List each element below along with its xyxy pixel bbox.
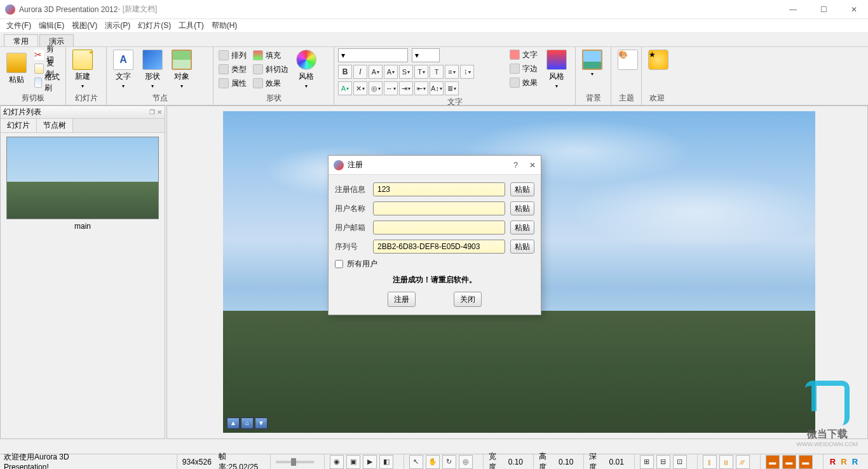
menu-slide[interactable]: 幻灯片(S) [134,19,175,32]
sb-tool4-icon[interactable]: ◧ [379,455,393,469]
register-success-msg: 注册成功！请重启软件。 [335,275,534,285]
indent2-button[interactable]: ⇤ [414,81,428,95]
all-users-checkbox[interactable] [335,260,343,268]
sb-align1-icon[interactable]: ⫿ [703,455,717,469]
sb-grid3-icon[interactable]: ⊡ [673,455,687,469]
zoom-slider[interactable] [276,461,314,463]
menu-help[interactable]: 帮助(H) [208,19,241,32]
status-dims: 934x526 [182,458,212,466]
text-effect-button[interactable]: 效果 [508,76,539,89]
menu-present[interactable]: 演示(P) [101,19,134,32]
font-t1-button[interactable]: T [414,65,428,79]
bevel-button[interactable]: 斜切边 [252,63,290,76]
font-s-button[interactable]: S [399,65,413,79]
text-style-button[interactable]: 风格▾ [544,48,569,95]
reg-user-input[interactable] [373,201,505,215]
minimize-button[interactable]: — [784,5,802,14]
close-button[interactable]: ✕ [845,5,863,14]
paste-serial-button[interactable]: 粘贴 [510,240,534,254]
reg-user-label: 用户名称 [335,203,368,214]
spacing-button[interactable]: ↔ [384,81,398,95]
group-slide-label: 幻灯片 [70,92,102,104]
menu-bar: 文件(F) 编辑(E) 视图(V) 演示(P) 幻灯片(S) 工具(T) 帮助(… [0,19,868,33]
ribbon-tabs: 常用 演示 [0,33,868,47]
sb-cursor-icon[interactable]: ↖ [409,455,423,469]
theme-button[interactable]: 🎨 [615,48,641,71]
dialog-close-button[interactable]: ✕ [529,161,536,170]
fill-button[interactable]: 填充 [252,49,290,62]
nav-down-icon[interactable]: ▼ [255,418,268,429]
sb-tool2-icon[interactable]: ▣ [346,455,360,469]
font-t2-button[interactable]: T [430,65,444,79]
type-button[interactable]: 类型 [217,63,248,76]
shape-effect-button[interactable]: 效果 [252,77,290,90]
bold-button[interactable]: B [338,65,352,79]
welcome-button[interactable]: ★ [646,48,671,71]
reg-mail-input[interactable] [373,221,505,234]
align-button[interactable]: ≡ [445,65,459,79]
dock-tab-slides[interactable]: 幻灯片 [1,119,37,132]
sb-r1-icon[interactable]: R [830,457,836,466]
maximize-button[interactable]: ☐ [815,5,832,14]
sb-c3-icon[interactable]: ▬ [799,455,813,469]
format-brush-button[interactable]: 格式刷 [33,76,62,89]
sb-grid2-icon[interactable]: ⊟ [656,455,670,469]
group-welcome-label: 欢迎 [646,92,668,104]
fx-x-button[interactable]: ✕ [353,81,367,95]
tab-common[interactable]: 常用 [4,34,38,46]
paste-button[interactable]: 粘贴 [4,51,29,86]
nav-home-icon[interactable]: ⌂ [241,418,254,429]
height-value: 0.10 [559,458,573,466]
new-slide-button[interactable]: 新建▾ [70,48,95,90]
menu-file[interactable]: 文件(F) [3,19,35,32]
arrange-button[interactable]: 排列 [217,49,248,62]
background-button[interactable]: ▾ [580,48,605,78]
paste-mail-button[interactable]: 粘贴 [510,221,534,234]
sb-align2-icon[interactable]: ⫼ [719,455,733,469]
dock-float-icon[interactable]: ❐ ✕ [149,109,162,116]
sb-hand-icon[interactable]: ✋ [426,455,440,469]
sb-align3-icon[interactable]: ⫻ [736,455,750,469]
font-a2-button[interactable]: A [384,65,398,79]
font-size-combo[interactable]: ▾ [412,48,440,62]
list-button[interactable]: ≣ [445,81,459,95]
lineheight-button[interactable]: A↕ [430,81,444,95]
font-a1-button[interactable]: A [369,65,383,79]
register-button[interactable]: 注册 [388,292,416,307]
valign-button[interactable]: ⫶ [460,65,474,79]
sb-r2-icon[interactable]: R [841,457,846,466]
sb-tool1-icon[interactable]: ◉ [330,455,344,469]
slide-thumbnail[interactable]: main [6,137,159,233]
fx-o-button[interactable]: ◎ [369,81,383,95]
sb-target-icon[interactable]: ◎ [459,455,473,469]
object-button[interactable]: 对象▾ [169,48,194,90]
sb-c2-icon[interactable]: ▬ [782,455,796,469]
sb-rotate-icon[interactable]: ↻ [442,455,456,469]
font-family-combo[interactable]: ▾ [338,48,408,62]
menu-edit[interactable]: 编辑(E) [35,19,68,32]
indent-button[interactable]: ⇥ [399,81,413,95]
color-a-button[interactable]: A [338,81,352,95]
text-button[interactable]: 文字▾ [111,48,136,90]
shape-style-button[interactable]: 风格▾ [294,48,319,90]
paste-user-button[interactable]: 粘贴 [510,201,534,215]
close-dialog-button[interactable]: 关闭 [454,292,482,307]
menu-view[interactable]: 视图(V) [68,19,101,32]
dialog-help-button[interactable]: ? [513,161,518,170]
sb-c1-icon[interactable]: ▬ [766,455,780,469]
reg-info-input[interactable] [373,182,505,196]
paste-info-button[interactable]: 粘贴 [510,182,534,196]
title-bar: Aurora 3D Presentation 2012 - [新建文档] — ☐… [0,0,868,19]
sb-tool3-icon[interactable]: ▶ [363,455,377,469]
text-text-button[interactable]: 文字 [508,48,539,61]
text-border-button[interactable]: 字边 [508,62,539,75]
prop-button[interactable]: 属性 [217,77,248,90]
nav-up-icon[interactable]: ▲ [227,418,240,429]
sb-r3-icon[interactable]: R [852,457,858,466]
reg-serial-input[interactable] [373,240,505,254]
shape-button[interactable]: 形状▾ [140,48,165,90]
italic-button[interactable]: I [353,65,367,79]
dock-tab-tree[interactable]: 节点树 [37,119,73,132]
menu-tools[interactable]: 工具(T) [175,19,207,32]
sb-grid1-icon[interactable]: ⊞ [640,455,654,469]
